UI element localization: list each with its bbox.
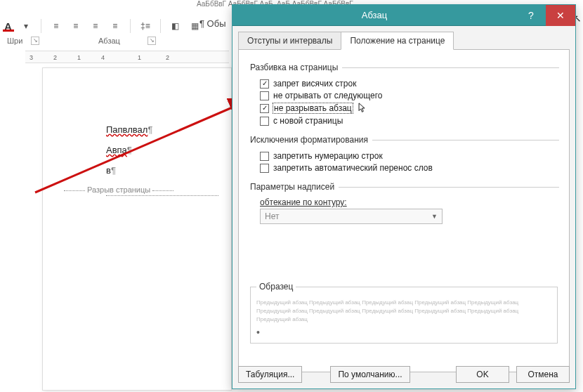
- checkbox-row[interactable]: не разрывать абзац: [260, 103, 559, 114]
- separator: [130, 19, 131, 33]
- group-pagination-legend: Разбивка на страницы: [249, 63, 342, 72]
- checkbox-label: не отрывать от следующего: [273, 91, 382, 100]
- group-textbox-options: Параметры надписей обтекание по контуру:…: [249, 182, 559, 226]
- group-formatting-exceptions: Исключения форматирования запретить нуме…: [249, 135, 559, 176]
- font-color-underline-icon: [3, 30, 14, 32]
- horizontal-ruler[interactable]: 3 2 1 4 1 2: [25, 51, 229, 63]
- document-line: Авпа¶: [106, 145, 231, 155]
- pilcrow-icon: ¶: [127, 145, 132, 155]
- pilcrow-icon: ¶: [148, 124, 152, 135]
- preview-legend: Образец: [256, 280, 296, 293]
- word: в: [106, 165, 111, 176]
- checkbox-row[interactable]: с новой страницы: [260, 116, 559, 126]
- close-button[interactable]: ✕: [546, 5, 575, 26]
- document-line: в¶: [106, 165, 231, 176]
- checkbox-keep-lines-together[interactable]: [260, 104, 269, 113]
- preview-prev-text: Предыдущий абзац Предыдущий абзац Предыд…: [256, 299, 518, 322]
- help-button[interactable]: ?: [516, 5, 546, 26]
- font-dialog-launcher[interactable]: ↘: [31, 37, 39, 45]
- page-break-marker: Разрыв страницы: [106, 185, 218, 196]
- mouse-cursor-icon: [358, 103, 366, 114]
- paragraph-dialog: Абзац ? ✕ Отступы и интервалы Положение …: [232, 4, 576, 389]
- style-sample-fragment: ¶ Обы: [199, 18, 226, 29]
- separator: [41, 19, 41, 33]
- tab-page-position[interactable]: Положение на странице: [341, 32, 454, 50]
- font-color-button[interactable]: A: [4, 20, 14, 32]
- wrap-select-value: Нет: [265, 211, 279, 221]
- checkbox-row[interactable]: не отрывать от следующего: [260, 91, 559, 100]
- tab-indents[interactable]: Отступы и интервалы: [238, 32, 341, 50]
- chevron-down-icon: ▼: [431, 213, 438, 220]
- preview-current-marker: •: [256, 325, 551, 340]
- checkbox-keep-with-next[interactable]: [260, 91, 269, 100]
- group-label-font: Шри: [7, 37, 22, 45]
- ruler-num: 4: [101, 54, 105, 61]
- style-sample-text: ¶ Обы: [199, 18, 226, 29]
- checkbox-row[interactable]: запретить нумерацию строк: [260, 151, 559, 161]
- ruler-num: 3: [30, 54, 33, 61]
- checkbox-page-break-before[interactable]: [260, 117, 269, 126]
- ruler-num: 1: [138, 54, 141, 61]
- align-right-button[interactable]: ≡: [88, 18, 103, 34]
- preview-fieldset: Образец Предыдущий абзац Предыдущий абза…: [250, 280, 558, 344]
- group-textbox-legend: Параметры надписей: [249, 182, 339, 192]
- group-formatting-legend: Исключения форматирования: [249, 135, 372, 145]
- align-left-button[interactable]: ≡: [48, 18, 64, 34]
- checkbox-widow-control[interactable]: [260, 79, 269, 89]
- align-center-button[interactable]: ≡: [68, 18, 84, 34]
- cancel-button[interactable]: Отмена: [516, 366, 570, 383]
- font-color-dropdown[interactable]: ▾: [18, 18, 34, 34]
- checkbox-label: запретить автоматический перенос слов: [273, 163, 433, 173]
- checkbox-label: с новой страницы: [273, 116, 343, 126]
- document-page[interactable]: Папвлвал¶ Авпа¶ в¶ Разрыв страницы: [42, 67, 232, 391]
- dialog-titlebar[interactable]: Абзац ? ✕: [232, 5, 575, 26]
- dialog-body: Отступы и интервалы Положение на страниц…: [232, 26, 575, 388]
- ruler-num: 2: [166, 54, 169, 61]
- toolbar-row: A ▾ ≡ ≡ ≡ ≡ ‡≡ ◧ ▦: [4, 18, 203, 34]
- dialog-title: Абзац: [232, 10, 516, 20]
- set-default-button[interactable]: По умолчанию...: [330, 366, 410, 383]
- ruler-num: 1: [77, 54, 81, 61]
- group-pagination: Разбивка на страницы запрет висячих стро…: [249, 63, 559, 129]
- paragraph-dialog-launcher[interactable]: ↘: [148, 37, 156, 45]
- checkbox-suppress-line-numbers[interactable]: [260, 152, 269, 161]
- line-spacing-button[interactable]: ‡≡: [138, 18, 153, 34]
- align-justify-button[interactable]: ≡: [107, 18, 123, 34]
- pilcrow-icon: ¶: [111, 165, 116, 176]
- misspelled-word[interactable]: Авпа: [106, 145, 127, 155]
- misspelled-word[interactable]: Папвлвал: [106, 124, 148, 135]
- wrap-select[interactable]: Нет ▼: [260, 209, 443, 224]
- page-break-label: Разрыв страницы: [87, 185, 150, 194]
- checkbox-label: запрет висячих строк: [273, 79, 356, 89]
- tabs-button[interactable]: Табуляция...: [238, 366, 302, 383]
- ruler-num: 2: [53, 54, 57, 61]
- checkbox-no-hyphenation[interactable]: [260, 164, 269, 173]
- group-label-paragraph: Абзац: [98, 37, 120, 45]
- ok-button[interactable]: OK: [456, 366, 509, 383]
- checkbox-row[interactable]: запрет висячих строк: [260, 79, 559, 89]
- checkbox-label-focused: не разрывать абзац: [273, 103, 353, 113]
- dialog-tabs: Отступы и интервалы Положение на страниц…: [238, 32, 575, 50]
- dialog-footer: Табуляция... По умолчанию... OK Отмена: [238, 366, 570, 383]
- tab-panel-page-position: Разбивка на страницы запрет висячих стро…: [238, 49, 570, 372]
- preview-area: Образец Предыдущий абзац Предыдущий абза…: [249, 280, 559, 344]
- document-line: Папвлвал¶: [106, 124, 231, 135]
- wrap-label: обтекание по контуру:: [260, 197, 559, 207]
- shading-button[interactable]: ◧: [168, 18, 183, 34]
- preview-following-text: Следующий абзац Следующий абзац Следующи…: [256, 342, 537, 344]
- checkbox-label: запретить нумерацию строк: [273, 151, 383, 161]
- separator: [160, 19, 161, 33]
- checkbox-row[interactable]: запретить автоматический перенос слов: [260, 163, 559, 173]
